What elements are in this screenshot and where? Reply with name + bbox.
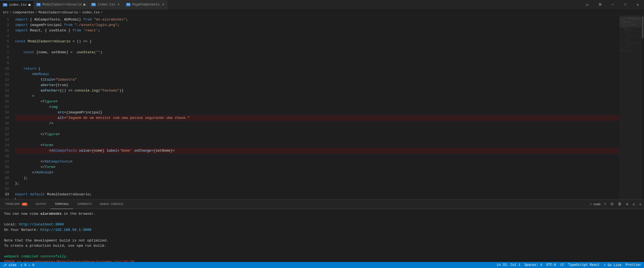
- code-line-34: [15, 197, 619, 199]
- breadcrumb-part-3[interactable]: ModalCadastroUsuario: [38, 11, 78, 14]
- terminal-line-blank-1: [4, 217, 640, 222]
- status-eol[interactable]: LF: [560, 263, 564, 267]
- breadcrumb-part-4[interactable]: index.tsx: [82, 11, 100, 14]
- panel-tab-debug[interactable]: DEBUG CONSOLE: [96, 199, 127, 209]
- breadcrumb: src > componentes > ModalCadastroUsuario…: [0, 10, 644, 16]
- ln-3: 3: [0, 28, 12, 33]
- code-line-21: [15, 126, 619, 132]
- split-terminal-btn[interactable]: ⧉: [610, 201, 615, 207]
- code-line-33: export default ModalCadastroUsuario;: [15, 192, 619, 197]
- code-line-9: [15, 61, 619, 66]
- minimize-button[interactable]: ─: [606, 0, 619, 10]
- tab-1-icon: TS: [3, 3, 7, 7]
- code-line-30: );: [15, 175, 619, 181]
- tab-1-dot: [28, 4, 31, 6]
- ln-19: 19: [0, 115, 12, 121]
- ln-26: 26: [0, 154, 12, 159]
- run-button[interactable]: ▷: [581, 0, 594, 10]
- tab-3-close[interactable]: ×: [117, 2, 120, 7]
- ln-7: 7: [0, 50, 12, 55]
- status-encoding[interactable]: UTF-8: [546, 263, 556, 267]
- status-right: Ln 33, Col 1 Spaces: 4 UTF-8 LF TypeScri…: [497, 263, 641, 267]
- vertical-scrollbar[interactable]: [641, 16, 644, 199]
- code-line-18: src={imagemPrincipal}: [15, 110, 619, 115]
- breadcrumb-part-1[interactable]: src: [3, 11, 9, 14]
- code-line-32: [15, 186, 619, 192]
- ln-24: 24: [0, 143, 12, 148]
- ln-4: 4: [0, 33, 12, 39]
- tab-2-label: ModalCadastroUsuario: [42, 3, 82, 7]
- node-indicator: ⚡ node: [590, 202, 601, 206]
- status-language[interactable]: TypeScript React: [568, 263, 600, 267]
- ln-13: 13: [0, 83, 12, 88]
- ln-14: 14: [0, 88, 12, 93]
- ln-17: 17: [0, 104, 12, 110]
- status-ln-col[interactable]: Ln 33, Col 1: [497, 263, 520, 267]
- terminal-content[interactable]: You can now view alurabooks in the brows…: [0, 209, 644, 262]
- clear-terminal-btn[interactable]: 🗑: [617, 201, 623, 207]
- status-go-live[interactable]: ⚡ Go Live: [604, 263, 622, 267]
- breadcrumb-sep-3: >: [79, 11, 81, 14]
- code-line-25: <AbCampoTexto value={nome} label='Nome' …: [15, 148, 619, 154]
- status-git[interactable]: ⎇ olda: [3, 263, 16, 267]
- code-line-8: [15, 55, 619, 61]
- tab-2-icon: TS: [36, 3, 41, 6]
- terminal-line-network: On Your Network: http://192.168.56.1:300…: [4, 227, 640, 233]
- tab-4[interactable]: TS PageComponents ×: [123, 0, 168, 10]
- tab-2[interactable]: TS ModalCadastroUsuario: [34, 0, 89, 10]
- panel-tab-comments[interactable]: COMMENTS: [73, 199, 96, 209]
- terminal-line-error-path: ERROR in src/componentes/ModalCadastroUs…: [4, 259, 640, 262]
- scrollbar-thumb[interactable]: [642, 16, 643, 38]
- ln-32: 32: [0, 186, 12, 192]
- ln-16: 16: [0, 99, 12, 104]
- ln-31: 31: [0, 181, 12, 186]
- tab-3[interactable]: TS index.tsx ×: [88, 0, 123, 10]
- code-line-23: [15, 137, 619, 143]
- line-numbers: 1 2 3 4 5 6 7 8 9 10 11 12 13 14 15 16 1…: [0, 16, 12, 199]
- tab-2-dot: [83, 4, 85, 6]
- code-content[interactable]: import { AbCampoTexto, AbModal} from "ds…: [12, 16, 619, 199]
- terminal-line-1: You can now view alurabooks in the brows…: [4, 211, 640, 217]
- code-line-2: import imagemPrincipal from "./assets/lo…: [15, 22, 619, 28]
- panel-tab-comments-label: COMMENTS: [77, 202, 92, 206]
- ln-5: 5: [0, 39, 12, 44]
- code-line-16: <figure>: [15, 99, 619, 104]
- code-line-26: [15, 154, 619, 159]
- code-line-1: import { AbCampoTexto, AbModal} from "ds…: [15, 17, 619, 22]
- tab-1[interactable]: TS index.tsx: [0, 0, 34, 10]
- panel-tab-terminal[interactable]: TERMINAL: [51, 199, 73, 209]
- tab-3-label: index.tsx: [97, 3, 115, 7]
- status-errors[interactable]: ✕ 0 ⚠ 0: [20, 263, 34, 267]
- split-button[interactable]: ⧉: [594, 0, 606, 10]
- panel-tab-output[interactable]: OUTPUT: [32, 199, 51, 209]
- ln-25: 25: [0, 148, 12, 154]
- terminal-line-note2: To create a production build, use npm ru…: [4, 243, 640, 249]
- tab-4-label: PageComponents: [132, 3, 160, 7]
- code-line-22: </figure>: [15, 132, 619, 137]
- ln-10: 10: [0, 66, 12, 72]
- code-line-5: const ModalCadastroUsuario = () => {: [15, 39, 619, 44]
- panel-tab-bar: PROBLEMS 15 OUTPUT TERMINAL COMMENTS DEB…: [0, 199, 644, 209]
- status-spaces[interactable]: Spaces: 4: [524, 263, 542, 267]
- ln-6: 6: [0, 44, 12, 50]
- code-line-31: };: [15, 181, 619, 186]
- add-terminal-btn[interactable]: +: [603, 201, 607, 207]
- maximize-button[interactable]: □: [619, 0, 631, 10]
- code-line-17: <img: [15, 104, 619, 110]
- chevron-up-btn[interactable]: ∧: [631, 201, 636, 207]
- code-line-27: </AbCampoTexto>: [15, 159, 619, 164]
- panel-controls: ⚡ node + ⧉ 🗑 ⊗ ∧ ✕: [590, 201, 643, 207]
- status-prettier[interactable]: Prettier: [625, 263, 641, 267]
- breadcrumb-sep-2: >: [35, 11, 37, 14]
- panel-tab-problems[interactable]: PROBLEMS 15: [1, 199, 32, 209]
- code-line-28: </form>: [15, 164, 619, 170]
- close-button[interactable]: ✕: [631, 0, 644, 10]
- tab-4-close[interactable]: ×: [161, 2, 165, 7]
- ln-9: 9: [0, 61, 12, 66]
- kill-terminal-btn[interactable]: ⊗: [625, 201, 629, 207]
- code-line-20: />: [15, 121, 619, 126]
- close-panel-btn[interactable]: ✕: [638, 201, 643, 207]
- ln-29: 29: [0, 170, 12, 175]
- breadcrumb-part-2[interactable]: componentes: [13, 11, 34, 14]
- ln-28: 28: [0, 164, 12, 170]
